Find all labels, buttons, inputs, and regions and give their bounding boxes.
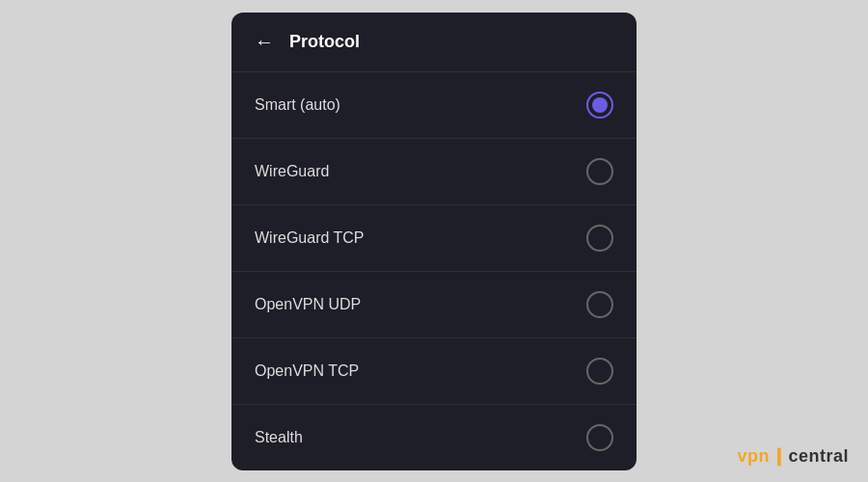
panel-header: ← Protocol — [231, 13, 637, 72]
radio-stealth[interactable] — [586, 424, 613, 451]
protocol-item-stealth[interactable]: Stealth — [231, 405, 637, 470]
radio-openvpn-tcp[interactable] — [586, 358, 613, 385]
protocol-panel: ← Protocol Smart (auto)WireGuardWireGuar… — [231, 13, 637, 470]
protocol-item-wireguard[interactable]: WireGuard — [231, 139, 637, 205]
radio-smart-auto[interactable] — [586, 92, 613, 119]
back-button[interactable]: ← — [255, 32, 274, 51]
protocol-item-openvpn-tcp[interactable]: OpenVPN TCP — [231, 338, 637, 405]
protocol-label-openvpn-udp: OpenVPN UDP — [255, 296, 361, 313]
protocol-item-smart-auto[interactable]: Smart (auto) — [231, 72, 637, 139]
watermark: vpn ❙ central — [737, 445, 849, 467]
protocol-label-openvpn-tcp: OpenVPN TCP — [255, 362, 359, 380]
watermark-vpn: vpn — [737, 446, 770, 467]
protocol-label-wireguard-tcp: WireGuard TCP — [255, 229, 365, 247]
radio-wireguard-tcp[interactable] — [586, 225, 613, 252]
radio-wireguard[interactable] — [586, 158, 613, 185]
protocol-label-wireguard: WireGuard — [255, 163, 329, 180]
protocol-list: Smart (auto)WireGuardWireGuard TCPOpenVP… — [231, 72, 637, 470]
watermark-central: central — [788, 446, 849, 467]
watermark-divider-icon: ❙ — [772, 445, 787, 467]
protocol-label-stealth: Stealth — [255, 429, 303, 446]
radio-openvpn-udp[interactable] — [586, 291, 613, 318]
panel-title: Protocol — [289, 32, 360, 52]
protocol-label-smart-auto: Smart (auto) — [255, 96, 340, 114]
protocol-item-openvpn-udp[interactable]: OpenVPN UDP — [231, 272, 637, 338]
protocol-item-wireguard-tcp[interactable]: WireGuard TCP — [231, 205, 637, 272]
